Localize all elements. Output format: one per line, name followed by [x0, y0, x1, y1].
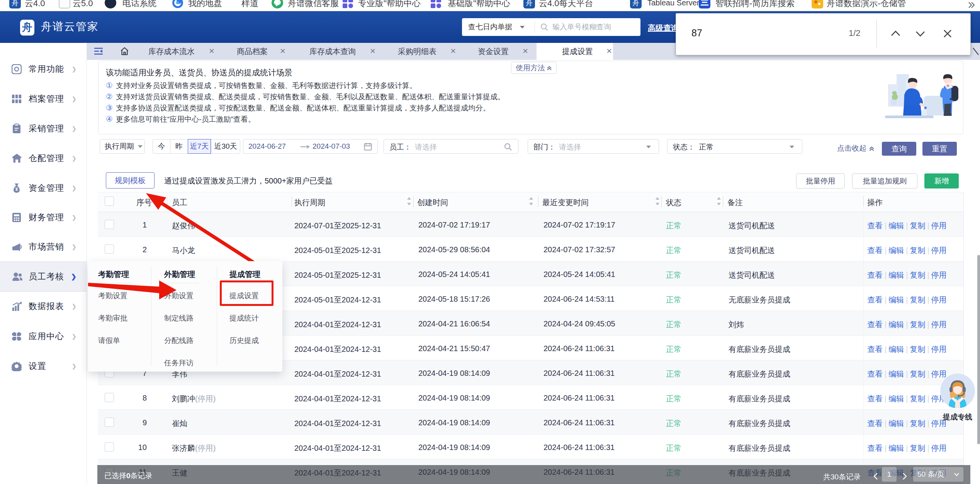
- svg-text:舟: 舟: [526, 0, 533, 7]
- svg-text:舟: 舟: [632, 0, 639, 7]
- svg-text:舟: 舟: [12, 0, 19, 7]
- svg-text:¥: ¥: [15, 187, 18, 192]
